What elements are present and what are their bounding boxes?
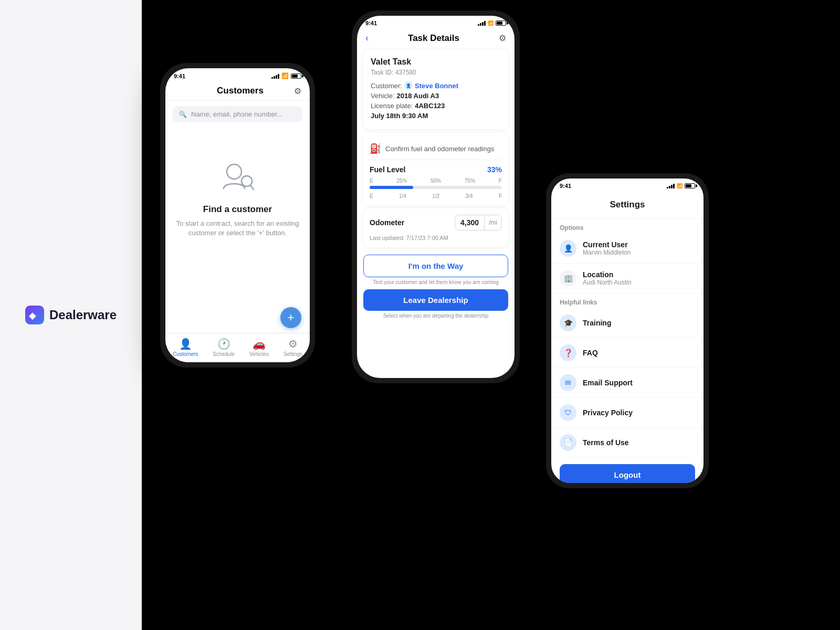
action-buttons: I'm on the Way Text your customer and le… (357, 250, 514, 321)
empty-state: Find a customer To start a contract, sea… (165, 128, 310, 248)
task-type: Valet Task (371, 57, 501, 67)
email-support-icon: ✉ (560, 374, 576, 391)
location-item[interactable]: 🏢 Location Audi North Austin (551, 264, 704, 293)
license-value: 4ABC123 (415, 102, 445, 110)
back-button[interactable]: ‹ (365, 33, 369, 44)
signal-icon-settings (667, 183, 675, 188)
on-the-way-hint: Text your customer and let them know you… (363, 279, 508, 285)
wifi-icon-settings: 📶 (677, 183, 682, 188)
filter-icon[interactable]: ⚙ (294, 86, 301, 96)
status-bar-settings: 9:41 📶 (551, 178, 704, 191)
status-time-settings: 9:41 (560, 183, 571, 189)
current-user-item[interactable]: 👤 Current User Marvin Middleton (551, 234, 704, 264)
odometer-unit: /mi (485, 216, 501, 229)
privacy-policy-icon: 🛡 (560, 404, 576, 421)
privacy-policy-item[interactable]: 🛡 Privacy Policy (551, 398, 704, 428)
faq-item[interactable]: ❓ FAQ (551, 338, 704, 368)
signal-icon-task (478, 20, 486, 26)
helpful-links-label: Helpful links (551, 293, 704, 308)
signal-icon (271, 74, 279, 79)
fuel-bar-track[interactable] (370, 186, 502, 189)
svg-line-4 (250, 185, 254, 190)
faq-icon: ❓ (560, 344, 576, 361)
fab-label: + (288, 311, 295, 324)
empty-title: Find a customer (203, 204, 272, 215)
task-license-row: License plate: 4ABC123 (371, 102, 501, 110)
svg-point-2 (227, 164, 242, 179)
on-the-way-button[interactable]: I'm on the Way (363, 255, 508, 277)
terms-label: Terms of Use (583, 438, 695, 447)
training-label: Training (583, 319, 695, 327)
leave-dealership-button[interactable]: Leave Dealership (363, 289, 508, 311)
odometer-value: 4,300 (455, 215, 485, 230)
task-customer-row: Customer: 👤 Steve Bonnet (371, 81, 501, 90)
battery-icon-task (496, 20, 506, 26)
logout-button[interactable]: Logout (560, 464, 695, 483)
fuel-section: ⛽ Confirm fuel and odometer readings Fue… (363, 133, 508, 205)
settings-nav-label: Settings (284, 351, 302, 357)
last-updated: Last updated: 7/17/23 7:00 AM (370, 235, 502, 241)
current-user-icon: 👤 (560, 240, 576, 257)
customer-search-bar[interactable]: 🔍 Name, email, phone number... (173, 106, 302, 122)
confirm-text: Confirm fuel and odometer readings (385, 145, 494, 153)
phone-task: 9:41 📶 ‹ Task Details ⚙ Valet Task Task … (352, 10, 520, 383)
left-panel: ◆ Dealerware (0, 0, 142, 630)
faq-content: FAQ (583, 349, 695, 357)
task-date-row: July 18th 9:30 AM (371, 112, 501, 120)
customer-name[interactable]: Steve Bonnet (415, 82, 458, 90)
odometer-section: Odometer 4,300 /mi Last updated: 7/17/23… (363, 208, 508, 247)
license-label: License plate: (371, 102, 413, 110)
empty-subtitle: To start a contract, search for an exist… (176, 219, 299, 238)
fuel-pump-icon: ⛽ (370, 143, 381, 154)
odometer-row: Odometer 4,300 /mi (370, 215, 502, 230)
vehicles-nav-icon: 🚗 (253, 338, 266, 350)
task-header: ‹ Task Details ⚙ (357, 28, 514, 48)
task-vehicle-row: Vehicle: 2018 Audi A3 (371, 92, 501, 100)
app-name: Dealerware (49, 308, 117, 322)
settings-header: Settings (551, 191, 704, 219)
odometer-input[interactable]: 4,300 /mi (455, 215, 502, 230)
logo-container: ◆ Dealerware (25, 306, 117, 324)
nav-item-settings[interactable]: ⚙ Settings (284, 338, 302, 357)
user-search-icon (219, 159, 256, 196)
customers-nav-title: Customers (217, 86, 264, 96)
faq-label: FAQ (583, 349, 695, 357)
customers-navbar: Customers ⚙ (165, 81, 310, 101)
email-support-item[interactable]: ✉ Email Support (551, 368, 704, 398)
task-card: Valet Task Task ID: 437580 Customer: 👤 S… (363, 50, 508, 129)
search-icon: 🔍 (179, 111, 187, 118)
settings-title: Settings (610, 200, 645, 209)
customer-label: Customer: (371, 82, 402, 90)
status-time-customers: 9:41 (174, 73, 185, 79)
customer-avatar: 👤 (404, 81, 413, 90)
task-settings-icon[interactable]: ⚙ (499, 33, 506, 43)
terms-of-use-item[interactable]: 📄 Terms of Use (551, 428, 704, 458)
customers-nav-icon: 👤 (179, 338, 192, 350)
fuel-fractions: E1/41/23/4F (370, 193, 502, 199)
status-bar-customers: 9:41 📶 (165, 68, 310, 81)
nav-item-vehicles[interactable]: 🚗 Vehicles (249, 338, 269, 357)
settings-nav-icon: ⚙ (288, 338, 298, 350)
training-item[interactable]: 🎓 Training (551, 308, 704, 338)
dealerware-logo-icon: ◆ (25, 306, 44, 324)
status-bar-task: 9:41 📶 (357, 16, 514, 28)
nav-item-customers[interactable]: 👤 Customers (173, 338, 198, 357)
terms-content: Terms of Use (583, 438, 695, 447)
email-support-content: Email Support (583, 379, 695, 387)
wifi-icon-task: 📶 (488, 20, 494, 26)
fuel-pct: 33% (487, 165, 502, 174)
location-name: Audi North Austin (583, 279, 695, 286)
add-customer-fab[interactable]: + (280, 307, 301, 328)
status-time-task: 9:41 (365, 20, 377, 26)
bottom-nav: 👤 Customers 🕐 Schedule 🚗 Vehicles ⚙ Sett… (165, 333, 310, 362)
nav-item-schedule[interactable]: 🕐 Schedule (213, 338, 235, 357)
schedule-nav-label: Schedule (213, 351, 235, 357)
search-placeholder: Name, email, phone number... (191, 110, 282, 118)
vehicles-nav-label: Vehicles (249, 351, 269, 357)
svg-text:◆: ◆ (29, 310, 36, 321)
fuel-confirm-row: ⛽ Confirm fuel and odometer readings (370, 140, 502, 160)
status-icons-customers: 📶 (271, 72, 301, 79)
fuel-label: Fuel Level (370, 165, 405, 174)
current-user-label: Current User (583, 240, 695, 249)
fuel-level-header: Fuel Level 33% (370, 165, 502, 174)
